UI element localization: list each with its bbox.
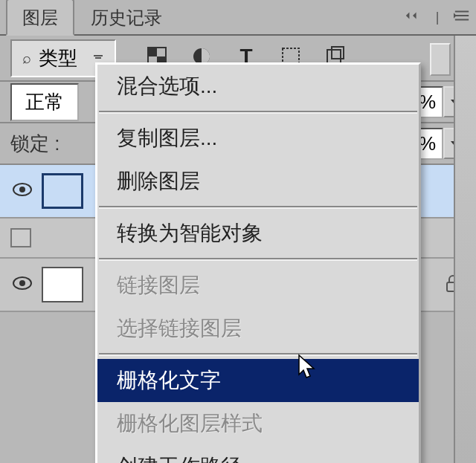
menu-convert-smart[interactable]: 转换为智能对象 <box>97 212 419 255</box>
filter-toggle-switch[interactable] <box>430 43 451 76</box>
menu-delete-layer[interactable]: 删除图层 <box>97 160 419 203</box>
fx-toggle[interactable] <box>10 228 31 247</box>
tab-history[interactable]: 历史记录 <box>74 0 178 36</box>
scrollbar[interactable] <box>454 36 476 463</box>
menu-select-linked: 选择链接图层 <box>97 307 419 350</box>
tab-layers[interactable]: 图层 <box>6 0 74 36</box>
svg-rect-7 <box>332 47 344 59</box>
svg-rect-1 <box>148 48 157 56</box>
panel-tabs: 图层 历史记录 | <box>0 0 476 36</box>
menu-separator <box>99 353 417 356</box>
svg-point-11 <box>19 280 25 286</box>
collapse-icon[interactable] <box>405 9 421 25</box>
visibility-icon[interactable] <box>7 182 37 200</box>
svg-rect-6 <box>327 50 341 63</box>
flyout-menu-icon[interactable] <box>454 9 470 25</box>
menu-separator <box>99 258 417 261</box>
menu-link-layers: 链接图层 <box>97 264 419 307</box>
layer-thumbnail[interactable] <box>42 173 83 209</box>
menu-blending-options[interactable]: 混合选项... <box>97 65 419 108</box>
layer-thumbnail[interactable] <box>42 267 83 302</box>
menu-rasterize-type[interactable]: 栅格化文字 <box>97 359 419 402</box>
svg-point-9 <box>19 187 25 192</box>
menu-duplicate-layer[interactable]: 复制图层... <box>97 117 419 160</box>
menu-separator <box>99 206 417 209</box>
menu-rasterize-style: 栅格化图层样式 <box>97 402 419 445</box>
lock-label: 锁定 : <box>10 131 60 157</box>
search-icon: ⌕ <box>22 50 31 67</box>
menu-create-work-path[interactable]: 创建工作路径 <box>97 445 419 463</box>
blend-mode-dropdown[interactable]: 正常 <box>10 83 79 121</box>
menu-separator <box>99 111 417 114</box>
filter-label: 类型 <box>39 45 77 71</box>
visibility-icon[interactable] <box>7 276 37 294</box>
layer-context-menu: 混合选项... 复制图层... 删除图层 转换为智能对象 链接图层 选择链接图层… <box>95 62 421 463</box>
divider-icon: | <box>427 10 448 25</box>
